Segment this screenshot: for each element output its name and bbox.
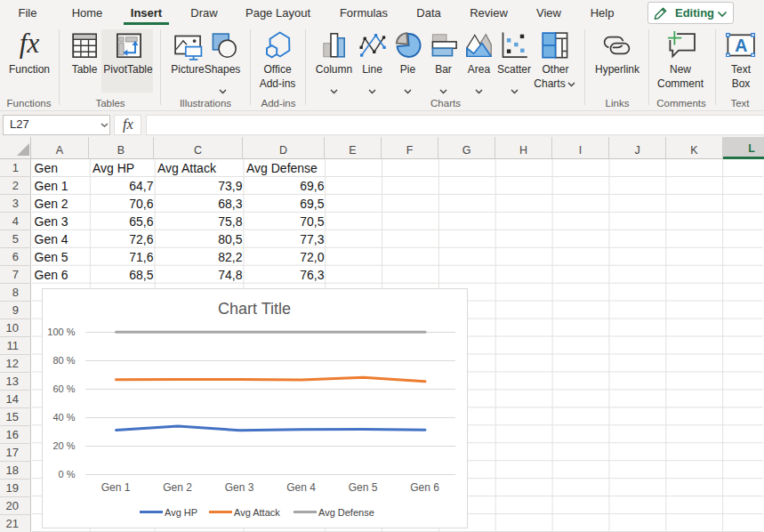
svg-text:A: A [735,36,747,55]
